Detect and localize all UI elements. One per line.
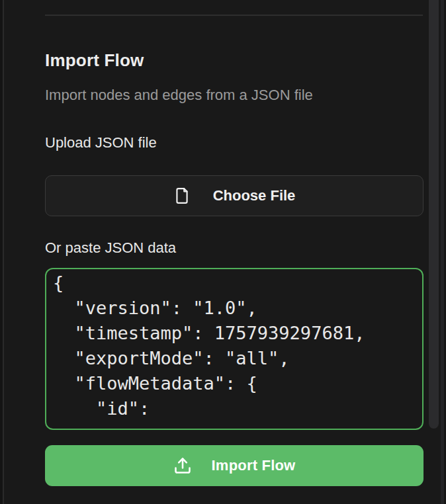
- section-subtitle: Import nodes and edges from a JSON file: [45, 87, 313, 104]
- upload-json-label: Upload JSON file: [45, 134, 157, 151]
- page-title: Import Flow: [45, 50, 144, 71]
- import-flow-button[interactable]: Import Flow: [45, 445, 424, 486]
- upload-icon: [173, 456, 192, 475]
- file-icon: [173, 186, 191, 206]
- import-flow-label: Import Flow: [212, 457, 296, 474]
- paste-json-label: Or paste JSON data: [45, 239, 176, 257]
- choose-file-label: Choose File: [213, 187, 296, 204]
- vertical-scrollbar-thumb[interactable]: [429, 0, 439, 429]
- left-edge-line: [3, 0, 4, 504]
- section-divider: [45, 15, 423, 16]
- json-paste-textarea[interactable]: { "version": "1.0", "timestamp": 1757939…: [45, 268, 424, 430]
- import-flow-panel: Import Flow Import nodes and edges from …: [0, 0, 446, 504]
- choose-file-button[interactable]: Choose File: [45, 175, 424, 216]
